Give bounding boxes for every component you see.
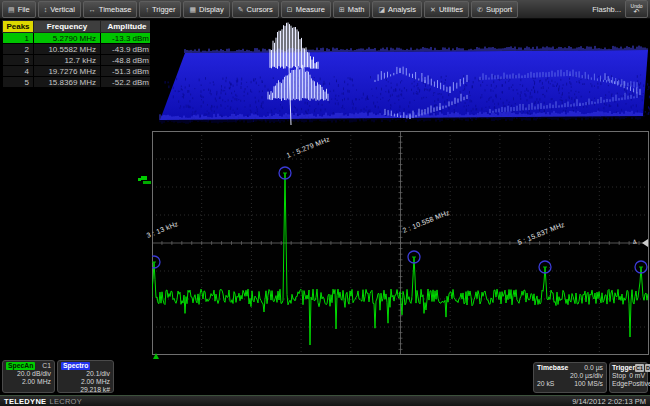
peaks-table-row[interactable]: 210.5582 MHz-43.9 dBm bbox=[3, 44, 154, 55]
trigger-coupling-badge: DC bbox=[645, 364, 650, 372]
timebase-box[interactable]: Timebase 0.0 µs 20.0 µs/div 20 kS 100 MS… bbox=[533, 362, 607, 393]
peaks-cell: -48.8 dBm bbox=[101, 55, 154, 66]
peaks-cell: 19.7276 MHz bbox=[34, 66, 101, 77]
peaks-cell: 15.8369 MHz bbox=[34, 77, 101, 88]
undo-button[interactable]: Undo ↶ bbox=[625, 0, 648, 18]
specan-descriptor-box[interactable]: SpecAn C1 20.0 dB/div 2.00 MHz bbox=[2, 360, 55, 393]
spectro-span: 2.00 MHz bbox=[61, 378, 110, 386]
menu-button-trigger[interactable]: ↑Trigger bbox=[139, 1, 181, 18]
menu-label: Support bbox=[486, 5, 512, 14]
spectrogram-3d-view[interactable] bbox=[150, 20, 650, 131]
spectro-scale: 20.1/div bbox=[61, 370, 110, 378]
peaks-cell: 3 bbox=[3, 55, 34, 66]
utilities-icon: ✕ bbox=[430, 6, 436, 13]
vertical-icon: ↕ bbox=[44, 6, 48, 13]
spectro-frames: 29.218 k# bbox=[61, 386, 110, 394]
cursors-icon: ✎ bbox=[238, 6, 244, 13]
trace-level-marker-icon[interactable] bbox=[138, 172, 152, 192]
timebase-rate: 100 MS/s bbox=[574, 380, 603, 388]
peaks-table-row[interactable]: 312.7 kHz-48.8 dBm bbox=[3, 55, 154, 66]
menu-button-cursors[interactable]: ✎Cursors bbox=[232, 1, 279, 18]
timebase-offset: 0.0 µs bbox=[584, 364, 603, 372]
menu-label: File bbox=[18, 5, 30, 14]
trigger-level: 0 mV bbox=[629, 372, 645, 380]
trigger-slope: Positive bbox=[628, 380, 650, 388]
brand-teledyne: TELEDYNE bbox=[4, 397, 46, 406]
spectro-descriptor-box[interactable]: Spectro 20.1/div 2.00 MHz 29.218 k# bbox=[57, 360, 114, 393]
menu-items: ▤File↕Vertical↔Timebase↑Trigger▦Display✎… bbox=[2, 1, 518, 18]
peaks-cell: 10.5582 MHz bbox=[34, 44, 101, 55]
peaks-cell: 5.2790 MHz bbox=[34, 33, 101, 44]
spectrum-trace-plot bbox=[152, 131, 649, 355]
specan-span: 2.00 MHz bbox=[6, 378, 51, 386]
peaks-cell: 1 bbox=[3, 33, 34, 44]
peaks-table: PeaksFrequencyAmplitude 15.2790 MHz-13.3… bbox=[2, 20, 154, 88]
specan-source: C1 bbox=[42, 362, 51, 370]
spectrogram-surface bbox=[150, 20, 650, 131]
trigger-type: Edge bbox=[612, 380, 628, 388]
peaks-cell: 5 bbox=[3, 77, 34, 88]
menu-label: Timebase bbox=[99, 5, 132, 14]
trigger-mode: Stop bbox=[612, 372, 626, 380]
menu-button-support[interactable]: ✆Support bbox=[471, 1, 518, 18]
menu-button-timebase[interactable]: ↔Timebase bbox=[83, 1, 138, 18]
peaks-table-header: PeaksFrequencyAmplitude bbox=[3, 21, 154, 33]
file-icon: ▤ bbox=[8, 6, 15, 13]
menu-label: Display bbox=[199, 5, 224, 14]
menu-button-analysis[interactable]: ◪Analysis bbox=[372, 1, 422, 18]
timebase-scale: 20.0 µs/div bbox=[537, 372, 603, 380]
menu-label: Math bbox=[348, 5, 365, 14]
trigger-source-badge: C1 bbox=[635, 364, 644, 372]
menu-button-file[interactable]: ▤File bbox=[2, 1, 36, 18]
peaks-cell: 2 bbox=[3, 44, 34, 55]
trigger-box[interactable]: Trigger C1 DC Stop 0 mV Edge Positive bbox=[609, 362, 648, 393]
timebase-title: Timebase bbox=[537, 364, 568, 372]
peaks-header-frequency: Frequency bbox=[34, 21, 101, 33]
specan-label: SpecAn bbox=[6, 362, 35, 370]
peaks-cell: -52.2 dBm bbox=[101, 77, 154, 88]
peaks-cell: 12.7 kHz bbox=[34, 55, 101, 66]
flash-status-label: Flashb... bbox=[592, 5, 625, 14]
peaks-header-peaks: Peaks bbox=[3, 21, 34, 33]
menu-label: Analysis bbox=[388, 5, 416, 14]
oscilloscope-screen: { "menu": { "items": [ {"label": "File",… bbox=[0, 0, 650, 406]
menu-label: Trigger bbox=[152, 5, 175, 14]
menu-label: Cursors bbox=[247, 5, 273, 14]
specan-scale: 20.0 dB/div bbox=[6, 370, 51, 378]
timebase-samples: 20 kS bbox=[537, 380, 554, 388]
analysis-icon: ◪ bbox=[378, 6, 385, 13]
peaks-table-row[interactable]: 515.8369 MHz-52.2 dBm bbox=[3, 77, 154, 88]
undo-arrow-icon: ↶ bbox=[634, 9, 640, 14]
spectro-label: Spectro bbox=[61, 362, 90, 370]
trigger-icon: ↑ bbox=[145, 6, 149, 13]
menu-label: Utilities bbox=[439, 5, 463, 14]
display-icon: ▦ bbox=[189, 6, 196, 13]
clock: 9/14/2012 2:02:13 PM bbox=[572, 397, 646, 406]
menu-button-measure[interactable]: ⊡Measure bbox=[281, 1, 331, 18]
peaks-cell: -13.3 dBm bbox=[101, 33, 154, 44]
peaks-table-row[interactable]: 15.2790 MHz-13.3 dBm bbox=[3, 33, 154, 44]
peaks-cell: -51.3 dBm bbox=[101, 66, 154, 77]
peaks-header-amplitude: Amplitude bbox=[101, 21, 154, 33]
peaks-cell: 4 bbox=[3, 66, 34, 77]
trigger-title: Trigger bbox=[612, 364, 635, 372]
menu-bar: ▤File↕Vertical↔Timebase↑Trigger▦Display✎… bbox=[0, 0, 650, 19]
brand-lecroy: LECROY bbox=[49, 397, 82, 406]
grid-corner-indicator-icon bbox=[152, 346, 160, 364]
menu-button-utilities[interactable]: ✕Utilities bbox=[424, 1, 469, 18]
timebase-icon: ↔ bbox=[89, 6, 96, 13]
peaks-table-row[interactable]: 419.7276 MHz-51.3 dBm bbox=[3, 66, 154, 77]
support-icon: ✆ bbox=[477, 6, 483, 13]
status-bar: TELEDYNE LECROY 9/14/2012 2:02:13 PM bbox=[0, 395, 650, 406]
spectrum-grid[interactable]: 1 : 5.279 MHz2 : 10.558 MHz3 : 13 kHz5 :… bbox=[152, 131, 649, 355]
menu-label: Vertical bbox=[50, 5, 75, 14]
menu-button-display[interactable]: ▦Display bbox=[183, 1, 229, 18]
peaks-cell: -43.9 dBm bbox=[101, 44, 154, 55]
menu-button-vertical[interactable]: ↕Vertical bbox=[38, 1, 81, 18]
menu-label: Measure bbox=[296, 5, 325, 14]
measure-icon: ⊡ bbox=[287, 6, 293, 13]
menu-button-math[interactable]: ⊞Math bbox=[333, 1, 371, 18]
math-icon: ⊞ bbox=[339, 6, 345, 13]
